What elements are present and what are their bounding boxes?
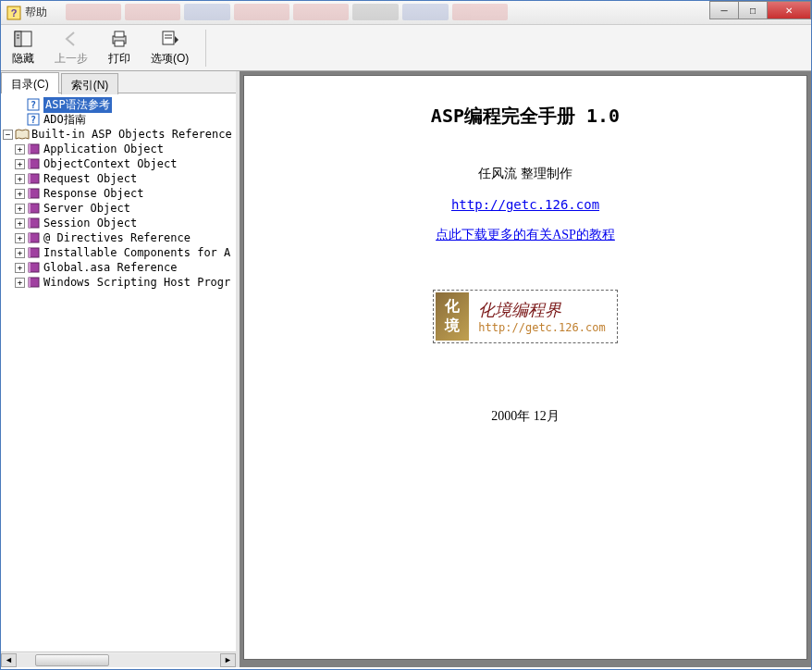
tree-item[interactable]: ? ASP语法参考 <box>3 97 234 112</box>
tree-label: Session Object <box>43 217 137 230</box>
svg-text:?: ? <box>31 100 36 110</box>
tab-contents[interactable]: 目录(C) <box>1 72 59 93</box>
closed-book-icon <box>27 246 42 259</box>
closed-book-icon <box>27 217 42 230</box>
hide-button[interactable]: 隐藏 <box>8 27 38 68</box>
banner-logo-char1: 化 <box>445 297 460 316</box>
hide-label: 隐藏 <box>12 51 34 67</box>
banner-logo-char2: 境 <box>445 316 460 336</box>
expand-icon[interactable]: + <box>15 233 25 243</box>
print-button[interactable]: 打印 <box>105 27 134 68</box>
tree-item[interactable]: + Server Object <box>3 201 234 216</box>
expand-icon[interactable]: + <box>15 248 25 258</box>
collapse-icon[interactable]: − <box>3 130 13 140</box>
svg-text:?: ? <box>11 7 18 19</box>
content-pane: ASP编程完全手册 1.0 任风流 整理制作 http://getc.126.c… <box>240 71 811 667</box>
svg-rect-17 <box>29 144 31 154</box>
scroll-right-arrow[interactable]: ► <box>220 653 236 667</box>
banner-url: http://getc.126.com <box>478 321 605 334</box>
closed-book-icon <box>27 157 42 170</box>
closed-book-icon <box>27 231 42 244</box>
tree-item[interactable]: + Response Object <box>3 186 234 201</box>
svg-rect-21 <box>29 174 31 183</box>
help-page-icon: ? <box>27 113 42 126</box>
closed-book-icon <box>27 187 42 200</box>
tree-item[interactable]: + Session Object <box>3 216 234 230</box>
tree-item[interactable]: + Installable Components for A <box>3 245 234 260</box>
tree-item[interactable]: ? ADO指南 <box>3 112 234 127</box>
tree-item[interactable]: − Built-in ASP Objects Reference <box>3 127 234 142</box>
tree-item[interactable]: + @ Directives Reference <box>3 230 234 245</box>
tree[interactable]: ? ASP语法参考 ? ADO指南 − Built-in ASP Objects… <box>1 93 236 651</box>
svg-text:?: ? <box>31 115 36 125</box>
expand-icon[interactable]: + <box>15 189 25 199</box>
maximize-button[interactable]: □ <box>738 1 768 19</box>
help-page-icon: ? <box>27 98 42 111</box>
expand-icon[interactable]: + <box>15 204 25 214</box>
document-page: ASP编程完全手册 1.0 任风流 整理制作 http://getc.126.c… <box>243 75 807 660</box>
doc-date: 2000年 12月 <box>263 408 788 425</box>
closed-book-icon <box>27 261 42 274</box>
svg-rect-23 <box>29 189 31 198</box>
browser-tabs-blur <box>66 4 700 22</box>
back-label: 上一步 <box>55 51 88 67</box>
scroll-track[interactable] <box>17 653 220 667</box>
tab-index[interactable]: 索引(N) <box>61 73 119 94</box>
back-icon <box>61 29 81 49</box>
svg-rect-8 <box>115 41 124 46</box>
expand-icon[interactable]: + <box>15 159 25 169</box>
tree-label: Request Object <box>43 172 137 185</box>
minimize-button[interactable]: ─ <box>709 1 739 19</box>
tree-item[interactable]: + Windows Scripting Host Progr <box>3 275 234 290</box>
options-label: 选项(O) <box>151 51 189 67</box>
window-title: 帮助 <box>25 5 47 20</box>
open-book-icon <box>15 128 30 141</box>
closed-book-icon <box>27 202 42 215</box>
scroll-thumb[interactable] <box>35 654 109 666</box>
tree-label: Installable Components for A <box>43 246 230 259</box>
doc-link-url[interactable]: http://getc.126.com <box>263 197 788 212</box>
banner-logo-icon: 化 境 <box>436 292 469 341</box>
expand-icon[interactable]: + <box>15 278 25 288</box>
svg-rect-7 <box>115 31 124 37</box>
svg-rect-31 <box>29 248 31 257</box>
tree-item[interactable]: + Application Object <box>3 142 234 156</box>
closed-book-icon <box>27 276 42 289</box>
print-label: 打印 <box>108 51 130 67</box>
options-icon <box>160 29 180 49</box>
tree-label: Response Object <box>43 187 143 200</box>
hide-icon <box>13 29 33 49</box>
print-icon <box>109 29 129 49</box>
tree-item[interactable]: + Request Object <box>3 171 234 186</box>
expand-icon[interactable]: + <box>15 174 25 184</box>
tree-item[interactable]: + Global.asa Reference <box>3 260 234 275</box>
tree-label: Windows Scripting Host Progr <box>43 276 230 289</box>
svg-rect-19 <box>29 159 31 168</box>
doc-author: 任风流 整理制作 <box>263 166 788 182</box>
svg-rect-33 <box>29 263 31 272</box>
nav-pane: 目录(C) 索引(N) ? ASP语法参考 ? ADO指南 − Built-in… <box>1 71 240 667</box>
h-scrollbar[interactable]: ◄ ► <box>1 651 236 667</box>
svg-rect-25 <box>29 204 31 213</box>
tree-item[interactable]: + ObjectContext Object <box>3 156 234 171</box>
titlebar: ? 帮助 ─ □ ✕ <box>1 1 811 25</box>
svg-rect-29 <box>29 233 31 242</box>
svg-rect-27 <box>29 218 31 228</box>
tree-label: ADO指南 <box>43 112 86 128</box>
options-button[interactable]: 选项(O) <box>147 27 192 68</box>
banner[interactable]: 化 境 化境编程界 http://getc.126.com <box>433 290 617 343</box>
expand-icon[interactable]: + <box>15 144 25 155</box>
tree-label: ObjectContext Object <box>43 157 178 170</box>
tree-label: Built-in ASP Objects Reference <box>31 128 232 141</box>
doc-link-download[interactable]: 点此下载更多的有关ASP的教程 <box>263 227 788 243</box>
scroll-left-arrow[interactable]: ◄ <box>1 653 17 667</box>
svg-rect-35 <box>29 278 31 287</box>
doc-title: ASP编程完全手册 1.0 <box>263 104 788 129</box>
close-button[interactable]: ✕ <box>767 1 811 19</box>
help-icon: ? <box>6 6 21 20</box>
closed-book-icon <box>27 172 42 185</box>
tree-label: Global.asa Reference <box>43 261 178 274</box>
tree-label: @ Directives Reference <box>43 231 191 244</box>
expand-icon[interactable]: + <box>15 218 25 229</box>
expand-icon[interactable]: + <box>15 263 25 273</box>
